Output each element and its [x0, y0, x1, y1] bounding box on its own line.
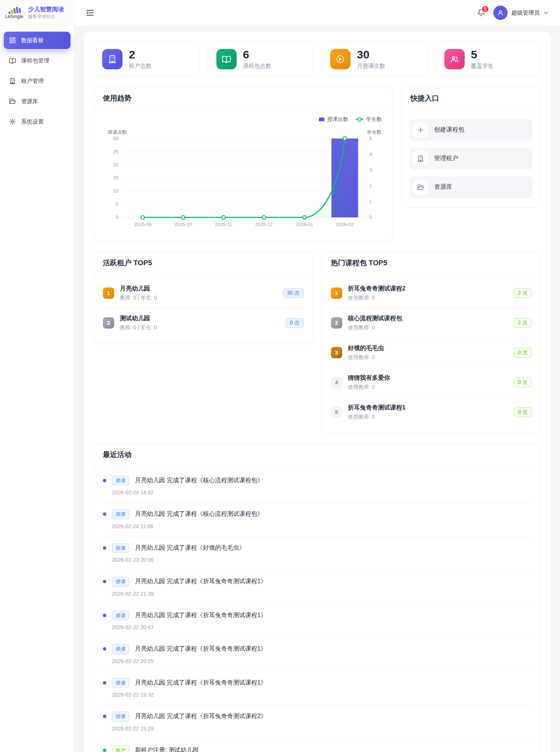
- usage-trend-card: 使用趋势 授课次数 学生数 051015202530012345授课次数学生数2…: [93, 87, 393, 241]
- activity-text: 月亮幼儿园 完成了课程《折耳兔奇奇测试课程1》: [135, 645, 266, 653]
- svg-text:授课次数: 授课次数: [107, 130, 127, 135]
- tenant-meta: 教师: 0 | 学生: 0: [120, 324, 280, 331]
- activity-tag: 授课: [112, 644, 129, 654]
- sidebar-item-tenants[interactable]: 租户管理: [4, 72, 70, 90]
- activity-text: 月亮幼儿园 完成了课程《折耳兔奇奇测试课程1》: [135, 679, 266, 687]
- legend-item-students[interactable]: 学生数: [356, 116, 382, 123]
- brand-title: 少儿智慧阅读: [28, 6, 64, 13]
- activity-text: 月亮幼儿园 完成了课程《核心流程测试课程包》: [135, 510, 263, 518]
- sidebar-item-resource-library[interactable]: 资源库: [4, 93, 70, 110]
- usage-count-badge: 0 次: [514, 348, 532, 358]
- course-meta: 使用教师: 0: [348, 384, 508, 391]
- main-content: 2 租户总数 6 课程包总数 30 月授课次数: [75, 26, 560, 752]
- quick-link-create-course[interactable]: 创建课程包: [410, 119, 532, 141]
- stat-card-tenants: 2 租户总数: [93, 41, 199, 77]
- stat-card-course-packages: 6 课程包总数: [208, 41, 314, 77]
- stat-label: 月授课次数: [357, 63, 385, 70]
- rank-badge: 2: [103, 317, 114, 329]
- activity-item: 授课 月亮幼儿园 完成了课程《折耳兔奇奇测试课程1》 2026-02-22 20…: [103, 638, 532, 672]
- course-name: 折耳兔奇奇测试课程1: [348, 404, 508, 412]
- svg-text:学生数: 学生数: [367, 130, 381, 135]
- activity-dot: [103, 681, 106, 685]
- notification-count-badge: 5: [481, 5, 489, 13]
- stat-value: 5: [471, 49, 494, 61]
- legend-label: 学生数: [366, 116, 382, 123]
- sidebar-item-course-packages[interactable]: 课程包管理: [4, 52, 70, 69]
- session-count-badge: 0 次: [286, 318, 304, 328]
- activity-dot: [103, 546, 106, 550]
- stat-card-monthly-sessions: 30 月授课次数: [321, 41, 427, 77]
- svg-text:2026-01: 2026-01: [296, 222, 313, 227]
- folder-icon: [9, 98, 16, 105]
- usage-count-badge: 0 次: [514, 378, 532, 387]
- svg-text:3: 3: [369, 167, 372, 173]
- sidebar-item-settings[interactable]: 系统设置: [4, 113, 70, 130]
- activity-dot: [103, 749, 106, 752]
- course-rank-row: 2 核心流程测试课程包 使用教师: 0 2 次: [331, 308, 532, 338]
- tenant-name: 月亮幼儿园: [120, 285, 277, 293]
- svg-text:2025-11: 2025-11: [215, 222, 232, 227]
- dashboard-panel: 2 租户总数 6 课程包总数 30 月授课次数: [84, 32, 551, 752]
- activity-time: 2026-02-22 21:39: [112, 591, 532, 597]
- sidebar-item-dashboard[interactable]: 数据看板: [4, 32, 70, 49]
- user-menu[interactable]: 超级管理员: [493, 6, 549, 20]
- activity-time: 2026-02-24 14:42: [112, 489, 532, 495]
- course-rank-row: 1 折耳兔奇奇测试课程2 使用教师: 0 2 次: [331, 278, 532, 308]
- activity-text: 新租户注册: 测试幼儿园: [135, 746, 199, 752]
- sidebar-item-label: 资源库: [21, 98, 38, 105]
- svg-text:5: 5: [116, 202, 118, 207]
- book-icon: [9, 57, 16, 64]
- recent-activity-card: 最近活动 授课 月亮幼儿园 完成了课程《核心流程测试课程包》 2026-02-2…: [93, 443, 541, 752]
- activity-time: 2026-02-22 20:47: [112, 624, 532, 630]
- svg-text:2025-09: 2025-09: [134, 222, 151, 227]
- svg-text:0: 0: [369, 215, 372, 220]
- activity-text: 月亮幼儿园 完成了课程《核心流程测试课程包》: [135, 477, 263, 485]
- session-count-badge: 30 次: [283, 288, 304, 298]
- svg-text:2: 2: [369, 183, 372, 188]
- legend-bar-swatch: [319, 118, 324, 121]
- sidebar-item-label: 数据看板: [21, 37, 44, 44]
- course-name: 核心流程测试课程包: [348, 315, 508, 323]
- play-circle-icon: [330, 49, 350, 69]
- quick-link-resource-library[interactable]: 资源库: [410, 176, 532, 198]
- activity-item: 授课 月亮幼儿园 完成了课程《折耳兔奇奇测试课程2》 2026-02-22 15…: [103, 705, 532, 739]
- activity-tag: 授课: [112, 611, 129, 621]
- svg-text:2025-12: 2025-12: [255, 222, 272, 227]
- chevron-down-icon: [543, 10, 549, 15]
- stat-value: 30: [357, 49, 385, 61]
- activity-dot: [103, 715, 106, 718]
- course-meta: 使用教师: 0: [348, 354, 508, 361]
- avatar: [493, 6, 508, 20]
- stat-label: 课程包总数: [243, 63, 271, 70]
- quick-link-label: 创建课程包: [434, 126, 464, 134]
- legend-line-swatch: [356, 119, 363, 120]
- course-meta: 使用教师: 0: [348, 414, 508, 420]
- activity-item: 授课 月亮幼儿园 完成了课程《核心流程测试课程包》 2026-02-24 11:…: [103, 503, 532, 537]
- activity-dot: [103, 512, 106, 516]
- hot-courses-title: 热门课程包 TOP5: [322, 252, 541, 275]
- activity-item: 授课 月亮幼儿园 完成了课程《折耳兔奇奇测试课程1》 2026-02-22 21…: [103, 570, 532, 604]
- svg-text:25: 25: [113, 149, 118, 154]
- svg-text:10: 10: [113, 188, 118, 194]
- svg-text:15: 15: [113, 175, 118, 180]
- active-tenants-card: 活跃租户 TOP5 1 月亮幼儿园 教师: 0 | 学生: 0 30 次 2 测…: [93, 251, 313, 344]
- chart-legend: 授课次数 学生数: [102, 116, 384, 123]
- legend-item-sessions[interactable]: 授课次数: [319, 116, 348, 123]
- building-icon: [9, 77, 16, 85]
- notifications-button[interactable]: 5: [477, 8, 486, 17]
- brand-subtitle: 服务管理后台: [28, 14, 64, 20]
- stat-value: 2: [129, 49, 151, 61]
- activity-text: 月亮幼儿园 完成了课程《折耳兔奇奇测试课程2》: [135, 712, 266, 720]
- usage-count-badge: 2 次: [514, 288, 532, 298]
- sidebar-item-label: 租户管理: [21, 78, 44, 85]
- course-meta: 使用教师: 0: [348, 295, 508, 301]
- quick-link-manage-tenants[interactable]: 管理租户: [410, 148, 532, 170]
- stat-value: 6: [243, 49, 271, 61]
- usage-trend-chart[interactable]: 051015202530012345授课次数学生数2025-092025-102…: [102, 123, 384, 236]
- activity-tag: 租户: [112, 746, 129, 752]
- activity-time: 2026-02-24 11:06: [112, 523, 532, 529]
- collapse-sidebar-icon[interactable]: [85, 8, 95, 18]
- activity-tag: 授课: [112, 509, 129, 519]
- tenant-meta: 教师: 0 | 学生: 0: [120, 295, 277, 301]
- sidebar-item-label: 课程包管理: [21, 57, 49, 64]
